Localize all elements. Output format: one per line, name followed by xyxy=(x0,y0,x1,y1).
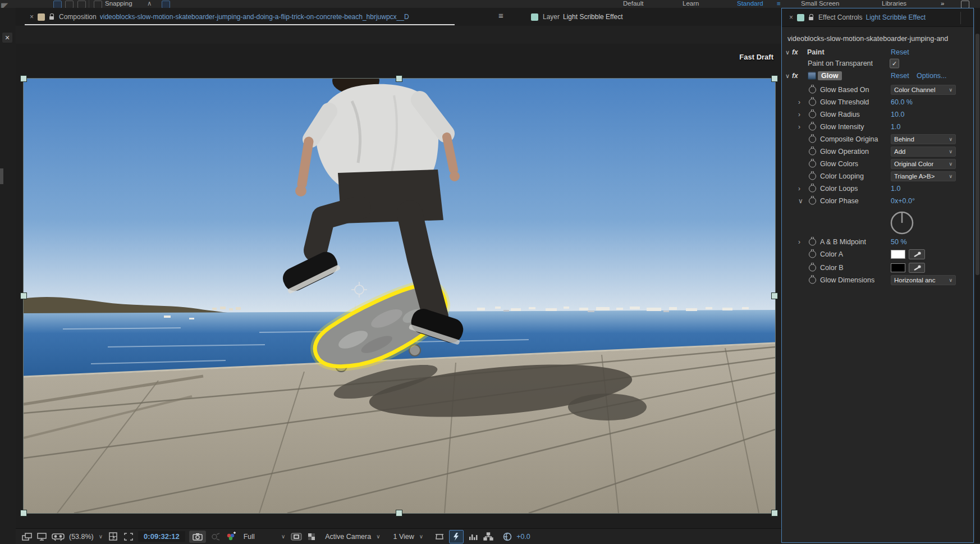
stopwatch-icon[interactable] xyxy=(809,198,816,205)
stopwatch-icon[interactable] xyxy=(809,148,816,156)
color-looping-dropdown[interactable]: Triangle A>B>∨ xyxy=(891,171,956,181)
color-b-swatch[interactable] xyxy=(891,263,905,272)
color-phase-dial[interactable] xyxy=(889,209,915,237)
handle-top-center[interactable] xyxy=(396,75,402,82)
paint-on-transparent-checkbox[interactable]: ✓ xyxy=(890,59,899,68)
effect-controls-tab[interactable]: × Effect Controls Light Scribble Effect xyxy=(782,8,973,27)
grid-options-icon[interactable] xyxy=(108,531,119,542)
timecode[interactable]: 0:09:32:12 xyxy=(138,531,185,542)
workspace-small-screen[interactable]: Small Screen xyxy=(801,0,839,7)
workspace-learn[interactable]: Learn xyxy=(683,0,699,7)
transparency-grid-icon[interactable] xyxy=(306,531,318,542)
composition-tab[interactable]: × Composition videoblocks-slow-motion-sk… xyxy=(16,8,781,26)
glow-dimensions-dropdown[interactable]: Horizontal anc∨ xyxy=(891,275,956,285)
close-icon[interactable]: × xyxy=(789,13,793,21)
handle-top-left[interactable] xyxy=(20,75,27,82)
pen-tool-icon[interactable]: ◤ xyxy=(1,1,8,7)
view-select[interactable]: Active Camera xyxy=(325,533,371,541)
workspace-default[interactable]: Default xyxy=(623,0,643,7)
stopwatch-icon[interactable] xyxy=(809,185,816,193)
effect-name[interactable]: Paint xyxy=(807,48,825,56)
roto-brush-icon[interactable] xyxy=(65,1,74,8)
exposure-value[interactable]: +0.0 xyxy=(516,533,530,541)
goggles-icon[interactable] xyxy=(52,531,65,542)
expander-icon[interactable]: › xyxy=(798,123,800,131)
stopwatch-icon[interactable] xyxy=(809,161,816,168)
lock-icon[interactable] xyxy=(49,16,54,20)
fx-badge[interactable]: fx xyxy=(792,72,798,80)
expander-icon[interactable]: › xyxy=(798,185,800,193)
eyedropper-icon[interactable] xyxy=(909,263,925,273)
stopwatch-icon[interactable] xyxy=(809,251,816,258)
scrollbar-thumb[interactable] xyxy=(976,34,979,275)
stopwatch-icon[interactable] xyxy=(809,86,816,94)
mask-tool-icon[interactable] xyxy=(53,1,62,8)
stopwatch-icon[interactable] xyxy=(809,111,816,118)
color-phase-value[interactable]: 0x+0.0° xyxy=(891,197,915,205)
glow-threshold-value[interactable]: 60.0 % xyxy=(891,98,913,106)
effect-name-selected[interactable]: Glow xyxy=(818,71,842,80)
collapse-caret-icon[interactable]: ∨ xyxy=(785,49,790,56)
color-a-swatch[interactable] xyxy=(891,250,905,259)
fx-badge[interactable]: fx xyxy=(792,48,798,56)
fast-previews-icon[interactable] xyxy=(449,530,464,543)
selection-follows-icon[interactable] xyxy=(162,1,170,8)
workspace-standard[interactable]: Standard xyxy=(737,0,763,7)
handle-top-right[interactable] xyxy=(771,75,778,82)
reset-link[interactable]: Reset xyxy=(891,72,909,80)
close-icon[interactable]: × xyxy=(30,13,34,21)
view-layout-select[interactable]: 1 View xyxy=(393,533,414,541)
expander-open-icon[interactable]: ∨ xyxy=(798,197,803,205)
expander-icon[interactable]: › xyxy=(798,238,800,246)
color-loops-value[interactable]: 1.0 xyxy=(891,185,900,193)
stopwatch-icon[interactable] xyxy=(809,136,816,143)
handle-mid-right[interactable] xyxy=(771,292,778,299)
glow-intensity-value[interactable]: 1.0 xyxy=(891,123,900,131)
monitor-icon[interactable] xyxy=(36,531,48,542)
stopwatch-icon[interactable] xyxy=(809,173,816,180)
chevron-up-icon[interactable]: ∧ xyxy=(147,0,152,7)
puppet-pin-icon[interactable] xyxy=(77,1,86,8)
ab-midpoint-value[interactable]: 50 % xyxy=(891,238,907,246)
roi-toggle-icon[interactable] xyxy=(290,531,303,542)
snapping-checkbox[interactable] xyxy=(94,1,102,8)
timeline-icon[interactable] xyxy=(468,531,479,542)
search-workspace-icon[interactable] xyxy=(961,1,969,8)
show-channels-icon[interactable] xyxy=(225,531,236,542)
handle-mid-left[interactable] xyxy=(20,292,27,299)
workspace-overflow-icon[interactable]: » xyxy=(941,0,944,7)
chevron-down-icon[interactable]: ∨ xyxy=(419,533,423,540)
chevron-down-icon[interactable]: ∨ xyxy=(99,533,103,540)
flowchart-icon[interactable] xyxy=(483,531,494,542)
region-of-interest-icon[interactable] xyxy=(123,531,134,542)
handle-bottom-left[interactable] xyxy=(20,510,27,516)
glow-radius-value[interactable]: 10.0 xyxy=(891,111,904,118)
stopwatch-icon[interactable] xyxy=(809,99,816,106)
handle-bottom-right[interactable] xyxy=(771,510,778,516)
glow-colors-dropdown[interactable]: Original Color∨ xyxy=(891,159,956,169)
stopwatch-icon[interactable] xyxy=(809,239,816,246)
panel-menu-icon[interactable]: ≡ xyxy=(498,11,503,20)
chevron-down-icon[interactable]: ∨ xyxy=(281,533,285,540)
snapshot-camera-icon[interactable] xyxy=(189,531,206,543)
show-snapshot-icon[interactable] xyxy=(210,531,221,542)
panel-grip[interactable] xyxy=(0,168,3,184)
workspace-menu-icon[interactable]: ≡ xyxy=(777,0,781,7)
chevron-down-icon[interactable]: ∨ xyxy=(376,533,380,540)
glow-based-on-dropdown[interactable]: Color Channel∨ xyxy=(891,85,956,95)
handle-bottom-center[interactable] xyxy=(396,510,402,516)
share-view-icon[interactable] xyxy=(434,531,445,542)
reset-link[interactable]: Reset xyxy=(891,48,909,56)
effect-row-glow[interactable]: ∨ fx Glow Reset Options... xyxy=(782,70,973,81)
workspace-libraries[interactable]: Libraries xyxy=(882,0,906,7)
composite-original-dropdown[interactable]: Behind∨ xyxy=(891,134,956,144)
lock-icon[interactable] xyxy=(809,17,813,20)
stopwatch-icon[interactable] xyxy=(809,124,816,131)
options-link[interactable]: Options... xyxy=(917,72,947,80)
exposure-icon[interactable] xyxy=(502,531,512,542)
resolution-select[interactable]: Full xyxy=(244,533,255,541)
glow-operation-dropdown[interactable]: Add∨ xyxy=(891,147,956,157)
effect-row-paint[interactable]: ∨ fx Paint Reset xyxy=(782,47,973,58)
zoom-level[interactable]: (53.8%) xyxy=(69,533,94,541)
expander-icon[interactable]: › xyxy=(798,98,800,106)
